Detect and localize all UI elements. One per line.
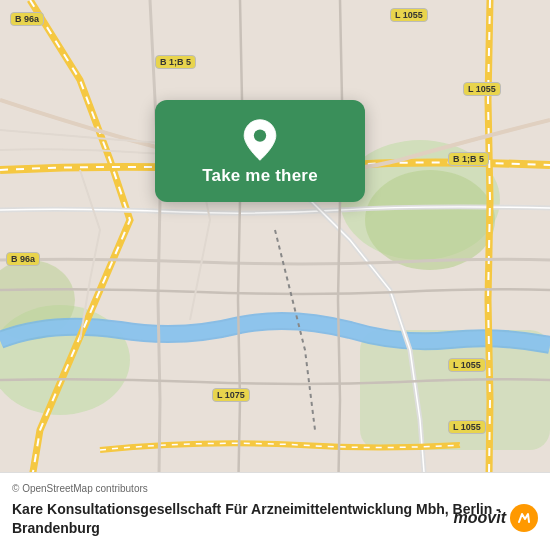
moovit-text: moovit [454, 509, 506, 527]
road-badge-b1b5-top: B 1;B 5 [155, 55, 196, 69]
road-badge-b96a-left: B 96a [6, 252, 40, 266]
take-me-there-label: Take me there [202, 166, 318, 186]
moovit-logo: moovit [454, 504, 538, 532]
road-badge-l1055-bottom-right: L 1055 [448, 358, 486, 372]
road-badge-l1055-top-right: L 1055 [390, 8, 428, 22]
road-badge-l1055-right: L 1055 [463, 82, 501, 96]
map-attribution: © OpenStreetMap contributors [12, 483, 538, 494]
take-me-there-popup[interactable]: Take me there [155, 100, 365, 202]
svg-point-2 [365, 170, 495, 270]
moovit-icon [510, 504, 538, 532]
svg-point-6 [254, 129, 266, 141]
road-badge-l1075-bottom: L 1075 [212, 388, 250, 402]
road-badge-b1b5-right: B 1;B 5 [448, 152, 489, 166]
map-container: B 96a B 1;B 5 L 1055 L 1055 B 1;B 5 B 96… [0, 0, 550, 550]
road-badge-b96a-top: B 96a [10, 12, 44, 26]
road-badge-l1055-bottom-right2: L 1055 [448, 420, 486, 434]
location-pin-icon [238, 118, 282, 162]
